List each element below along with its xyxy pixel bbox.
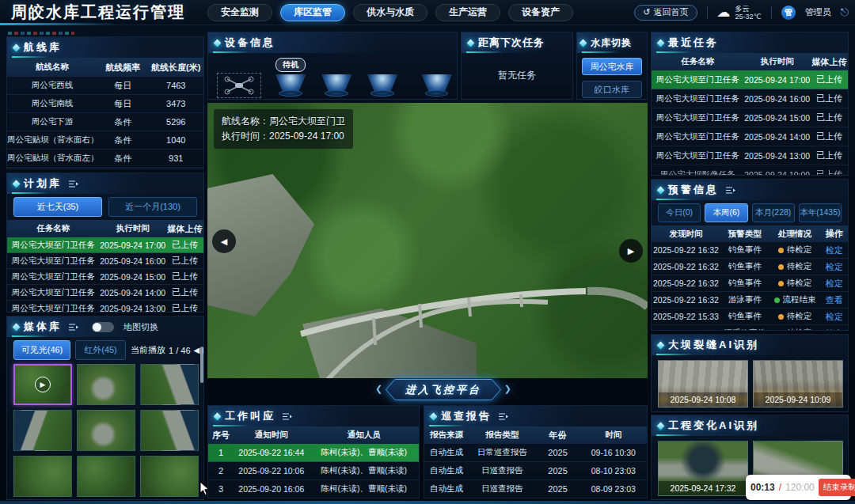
table-row[interactable]: 周公宅大坝至门卫任务 2025-09-24 16:00 已上传 [652, 89, 848, 108]
table-row[interactable]: 3 2025-09-20 16:06 陈柯(未读)、曹顺(未读) [208, 480, 419, 498]
nav-tab-water-supply[interactable]: 供水与水质 [353, 4, 428, 21]
tab-alerts-today[interactable]: 今日(0) [658, 203, 701, 222]
nav-tab-assets[interactable]: 设备资产 [508, 4, 573, 21]
table-row[interactable]: 自动生成 日常巡查报告 2025 09-16 10:30 [424, 444, 647, 462]
header-accent-line [0, 23, 119, 25]
table-row[interactable]: 周公宅大坝至门卫任务 2025-09-24 13:00 已上传 [652, 146, 848, 165]
cell: 周公宅下游 [7, 116, 97, 127]
table-row[interactable] [7, 168, 203, 169]
cell: 已上传 [811, 169, 848, 176]
dashboard-root: 周皎水库工程运行管理 安全监测 库区监管 供水与水质 生产运营 设备资产 ↺ 返… [0, 0, 855, 504]
media-thumbnail[interactable] [140, 410, 199, 451]
video-next-button[interactable]: ▶ [619, 239, 643, 263]
change-image-1[interactable]: 2025-09-24 17:32 [658, 441, 748, 496]
table-row[interactable]: 周公宅大坝至门卫任务 2025-09-24 17:00 已上传 [7, 237, 203, 253]
table-header-row: 序号 通知时间 通知人员 [208, 426, 419, 444]
table-row[interactable]: 周公宅大坝至门卫任务 2025-09-24 16:00 已上传 [7, 253, 203, 269]
tab-last-7-days[interactable]: 近七天(35) [13, 197, 102, 217]
table-row[interactable]: 周公宅大坝至门卫任务 2025-09-24 14:00 已上传 [7, 285, 203, 301]
table-row[interactable]: 周公宅贴坝（背水面左） 条件 931 [7, 150, 203, 168]
tab-visible-light[interactable]: 可见光(46) [13, 340, 70, 360]
drone-device[interactable]: Matrice 4TD [216, 73, 261, 100]
cell: 2025-09-24 17:00 [744, 75, 811, 85]
table-row[interactable]: 自动生成 日巡查报告 2025 08-10 23:03 [424, 462, 647, 480]
alerts-table: 发现时间 预警类型 处理情况 操作 2025-09-22 16:32 钓鱼事件 … [652, 225, 848, 331]
cell: 周公宅大坝至门卫任务 [652, 150, 744, 161]
table-row[interactable]: 自动生成 日巡查报告 2025 08-09 23:03 [424, 480, 647, 498]
crack-image-1[interactable]: 2025-09-24 10:08 [658, 360, 748, 407]
decorative-dots [8, 32, 74, 35]
cell: 待检定 [770, 328, 820, 331]
table-row[interactable]: 1 2025-09-22 16:44 陈柯(未读)、曹顺(未读) [208, 444, 419, 462]
verify-link[interactable]: 检定 [820, 311, 848, 323]
status-dot-orange [778, 314, 784, 320]
live-video-feed[interactable]: 航线名称：周公宅大坝至门卫 执行时间：2025-09-24 17:00 ◀ ▶ [207, 103, 648, 378]
nav-tab-safety[interactable]: 安全监测 [207, 4, 272, 21]
crack-image-2[interactable]: 2025-09-24 10:09 [753, 360, 843, 407]
verify-link[interactable]: 检定 [820, 328, 848, 332]
table-row[interactable]: 周公宅大坝至门卫任务 2025-09-24 13:00 已上传 [7, 301, 203, 313]
verify-link[interactable]: 检定 [820, 278, 848, 290]
tab-last-month[interactable]: 近一个月(130) [108, 197, 197, 217]
table-row[interactable]: 周公宅大坝影像任务 2025-09-24 10:00 已上传 [652, 165, 848, 176]
table-row[interactable]: 周公宅大坝至门卫任务 2025-09-24 15:00 已上传 [652, 108, 848, 127]
cell: 08-09 23:03 [580, 484, 647, 494]
table-row[interactable]: 周公宅西线 每日 7463 [7, 77, 203, 95]
back-home-button[interactable]: ↺ 返回首页 [634, 5, 697, 21]
table-row[interactable]: 周公宅南线 每日 3473 [7, 95, 203, 113]
nav-tab-reservoir-area[interactable]: 库区监管 [280, 4, 345, 21]
diamond-icon [13, 44, 21, 51]
stop-recording-button[interactable]: 结束录制 [819, 479, 855, 496]
cell: 已上传 [166, 255, 203, 267]
media-thumbnail[interactable]: ▶ [13, 364, 72, 405]
tab-alerts-year[interactable]: 本年(1435) [799, 203, 842, 222]
cell: 周公宅大坝至门卫任务 [7, 240, 100, 251]
verify-link[interactable]: 检定 [820, 244, 848, 256]
device-signal-item[interactable]: 图传信号 [320, 59, 353, 100]
view-link[interactable]: 查看 [820, 294, 848, 306]
panel-title: 最近任务 [668, 36, 719, 50]
reservoir-option-jiaokou[interactable]: 皎口水库 [582, 81, 642, 98]
table-row: 2025-09-22 16:32 游泳事件 流程结束 查看 [652, 292, 848, 309]
media-thumbnail[interactable] [77, 410, 135, 451]
logout-icon[interactable]: ⎋ [841, 6, 849, 19]
table-row: 2025-09-22 16:32 钓鱼事件 待检定 检定 [652, 242, 848, 259]
cell: 每日 [97, 98, 148, 110]
media-thumbnail[interactable] [77, 364, 135, 405]
table-row[interactable]: 周公宅下游 条件 5296 [7, 113, 203, 131]
tab-alerts-month[interactable]: 本月(228) [752, 203, 795, 222]
scrollbar-thumb[interactable] [200, 347, 203, 383]
table-row[interactable]: 周公宅贴坝（背水面右） 条件 1040 [7, 131, 203, 150]
cell: 已上传 [166, 239, 203, 251]
tab-infrared[interactable]: 红外(45) [75, 340, 126, 360]
cell: 每日 [97, 80, 148, 92]
prev-media-icon[interactable]: ◀ [194, 346, 200, 354]
table-row[interactable]: 周公宅大坝至门卫任务 2025-09-24 14:00 已上传 [652, 127, 848, 146]
reservoir-option-zhougongzhai[interactable]: 周公宅水库 [582, 58, 642, 75]
media-thumbnail[interactable] [140, 456, 199, 497]
table-row[interactable]: 2 2025-09-22 10:06 陈柯(未读)、曹顺(未读) [208, 462, 419, 480]
table-header-row: 任务名称 执行时间 媒体上传 [652, 53, 848, 70]
media-thumbnail[interactable] [13, 410, 72, 451]
device-battery-item[interactable]: 电池信息 [366, 59, 399, 100]
media-thumbnail[interactable] [77, 456, 135, 497]
media-thumbnail[interactable] [13, 456, 72, 497]
tab-alerts-week[interactable]: 本周(6) [705, 203, 747, 222]
device-item-label: 电池信息 [366, 98, 399, 100]
video-prev-button[interactable]: ◀ [212, 229, 236, 253]
nav-tab-operations[interactable]: 生产运营 [435, 4, 500, 21]
device-battery-run-item[interactable]: 电池运行状态 [412, 59, 458, 100]
media-thumbnail[interactable] [140, 364, 199, 405]
table-row[interactable]: 周公宅大坝至门卫任务 2025-09-24 17:00 已上传 [652, 70, 848, 89]
enter-flight-platform-button[interactable]: 进入飞控平台 ❮ ❯ [386, 379, 501, 400]
cell: 陈柯(未读)、曹顺(未读) [310, 465, 419, 476]
verify-link[interactable]: 检定 [820, 261, 848, 273]
cell: 2025-09-24 14:00 [744, 132, 811, 142]
panel-header: 工作叫应 [208, 406, 419, 426]
table-row[interactable]: 周公宅大坝至门卫任务 2025-09-24 15:00 已上传 [7, 269, 203, 285]
cell: 自动生成 [424, 447, 469, 458]
map-toggle[interactable] [92, 322, 114, 332]
device-status-item[interactable]: 待机 状态信息 [274, 58, 307, 100]
user-avatar[interactable]: 管 [781, 6, 796, 20]
cell: 自动生成 [424, 465, 469, 476]
